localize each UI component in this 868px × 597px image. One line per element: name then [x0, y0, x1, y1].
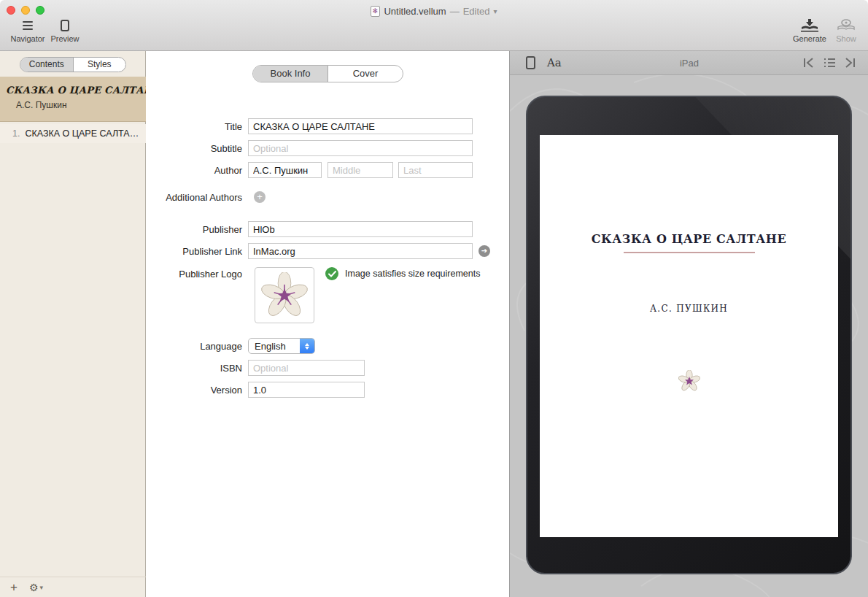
generate-label: Generate: [793, 34, 826, 43]
publisher-link-row: Publisher Link: [146, 243, 490, 259]
publisher-logo-well[interactable]: [255, 267, 314, 323]
author-last-input[interactable]: [398, 162, 473, 178]
ipad-screen[interactable]: СКАЗКА О ЦАРЕ САЛТАНЕ А.С. ПУШКИН: [540, 135, 838, 537]
window-title-filename: Untitled.vellum: [384, 6, 446, 17]
device-icon[interactable]: [526, 56, 535, 69]
navigator-icon: [23, 21, 33, 30]
preview-icon: [61, 20, 69, 31]
additional-authors-label: Additional Authors: [146, 192, 248, 203]
sidebar: Contents Styles СКАЗКА О ЦАРЕ САЛТАНЕ А.…: [0, 51, 146, 597]
last-page-icon[interactable]: [845, 58, 856, 68]
version-row: Version: [146, 382, 365, 398]
logo-status-text: Image satisfies size requirements: [345, 269, 481, 279]
app-window: Untitled.vellum — Edited ▾ Navigator Pre…: [0, 0, 868, 597]
sidebar-footer: + ⚙ ▾: [0, 577, 146, 597]
open-link-button[interactable]: [478, 245, 490, 257]
sidebar-chapter-item[interactable]: 1. СКАЗКА О ЦАРЕ САЛТА…: [0, 124, 146, 143]
navigator-label: Navigator: [10, 34, 44, 43]
isbn-row: ISBN: [146, 360, 365, 376]
publisher-logo-small: [678, 370, 700, 392]
language-value: English: [249, 341, 300, 352]
title-input[interactable]: [248, 118, 473, 134]
preview-label: Preview: [50, 34, 79, 43]
subtitle-input[interactable]: [248, 140, 473, 156]
window-title-status[interactable]: Edited: [463, 6, 490, 17]
form-tab-switcher: Book Info Cover: [252, 65, 403, 82]
language-select[interactable]: English: [248, 338, 315, 354]
title-label: Title: [146, 121, 248, 132]
tab-contents[interactable]: Contents: [20, 58, 73, 72]
show-label: Show: [836, 34, 856, 43]
actions-menu-button[interactable]: ⚙ ▾: [29, 582, 43, 593]
tab-styles[interactable]: Styles: [73, 58, 126, 72]
language-row: Language English: [146, 338, 315, 354]
chapter-number: 1.: [12, 128, 20, 139]
document-icon: [371, 6, 380, 17]
toolbar: Untitled.vellum — Edited ▾ Navigator Pre…: [0, 0, 868, 51]
chapter-title: СКАЗКА О ЦАРЕ САЛТА…: [25, 128, 139, 139]
isbn-input[interactable]: [248, 360, 365, 376]
title-row: Title: [146, 118, 473, 134]
preview-toolbar: Aa iPad: [510, 51, 868, 75]
publisher-row: Publisher: [146, 221, 473, 237]
title-rule: [624, 252, 755, 253]
subtitle-row: Subtitle: [146, 140, 473, 156]
check-icon: [325, 267, 338, 280]
version-input[interactable]: [248, 382, 365, 398]
book-page-author: А.С. ПУШКИН: [540, 304, 838, 314]
subtitle-label: Subtitle: [146, 143, 248, 154]
window-title-separator: —: [450, 6, 460, 17]
add-author-button[interactable]: +: [254, 191, 266, 203]
preview-panel: Aa iPad: [509, 51, 868, 597]
first-page-icon[interactable]: [803, 58, 814, 68]
publisher-link-input[interactable]: [248, 243, 473, 259]
gear-icon: ⚙: [29, 582, 39, 593]
sidebar-book-title: СКАЗКА О ЦАРЕ САЛТАНЕ: [6, 85, 140, 96]
sidebar-book-author: А.С. Пушкин: [16, 100, 140, 110]
tab-book-info[interactable]: Book Info: [253, 66, 328, 82]
author-first-input[interactable]: [248, 162, 322, 178]
version-label: Version: [146, 385, 248, 396]
chevron-down-icon[interactable]: ▾: [494, 7, 497, 15]
book-info-form: Book Info Cover Title Subtitle Author Ad…: [146, 51, 509, 597]
isbn-label: ISBN: [146, 363, 248, 374]
author-middle-input[interactable]: [328, 162, 393, 178]
publisher-label: Publisher: [146, 224, 248, 235]
font-size-button[interactable]: Aa: [547, 56, 562, 69]
generate-button[interactable]: Generate: [789, 19, 830, 43]
publisher-link-label: Publisher Link: [146, 246, 248, 257]
sidebar-book-header[interactable]: СКАЗКА О ЦАРЕ САЛТАНЕ А.С. Пушкин: [0, 77, 146, 122]
additional-authors-row: Additional Authors +: [146, 191, 266, 203]
publisher-logo-row: Publisher Logo: [146, 269, 248, 280]
ipad-device-frame: СКАЗКА О ЦАРЕ САЛТАНЕ А.С. ПУШКИН: [526, 96, 852, 574]
chevron-down-icon: ▾: [40, 584, 44, 591]
author-label: Author: [146, 165, 248, 176]
popup-chevrons-icon: [300, 338, 314, 354]
logo-status-row: Image satisfies size requirements: [325, 267, 481, 280]
navigator-button[interactable]: Navigator: [9, 19, 47, 43]
table-of-contents-icon[interactable]: [824, 58, 835, 68]
window-title: Untitled.vellum — Edited ▾: [0, 4, 868, 18]
generate-book-icon: [801, 19, 818, 32]
show-eye-icon: [837, 19, 855, 32]
language-label: Language: [146, 341, 248, 352]
book-page-title: СКАЗКА О ЦАРЕ САЛТАНЕ: [540, 232, 838, 246]
author-row: Author: [146, 162, 473, 178]
publisher-input[interactable]: [248, 221, 473, 237]
show-button[interactable]: Show: [832, 19, 861, 43]
publisher-logo-label: Publisher Logo: [146, 269, 248, 280]
preview-button[interactable]: Preview: [48, 19, 82, 43]
sidebar-tab-switcher: Contents Styles: [20, 57, 126, 72]
publisher-logo-image: [261, 272, 308, 319]
add-chapter-button[interactable]: +: [10, 581, 18, 593]
tab-cover[interactable]: Cover: [328, 66, 403, 82]
